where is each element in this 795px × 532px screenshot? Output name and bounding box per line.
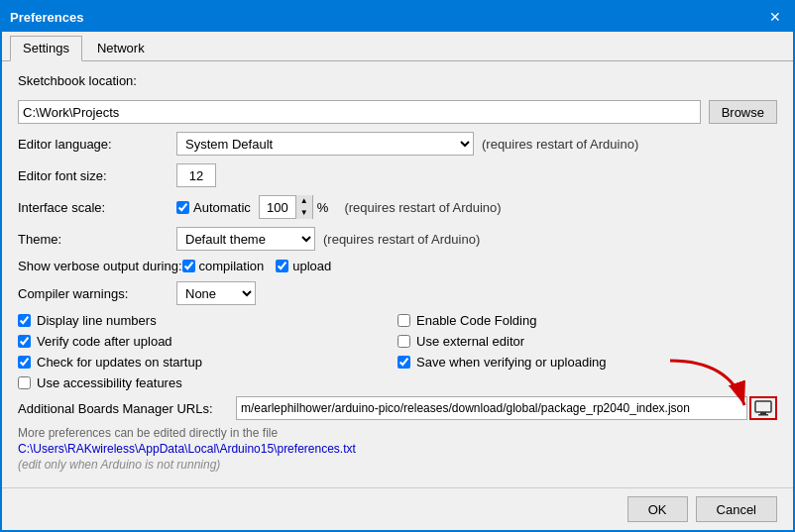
editor-language-label: Editor language:: [18, 137, 176, 152]
interface-scale-unit: %: [317, 200, 329, 215]
verbose-upload-checkbox[interactable]: [276, 260, 288, 272]
spinner-buttons: ▲ ▼: [295, 195, 312, 219]
spinner-up[interactable]: ▲: [296, 195, 312, 207]
dialog-title: Preferences: [10, 10, 83, 25]
check-updates-checkbox[interactable]: [18, 356, 31, 369]
spinner-down[interactable]: ▼: [296, 207, 312, 219]
settings-content: Sketchbook location: Browse Editor langu…: [2, 61, 793, 487]
editor-language-hint: (requires restart of Arduino): [482, 137, 638, 152]
checkboxes-grid: Display line numbers Enable Code Folding…: [18, 313, 777, 390]
edit-note: (edit only when Arduino is not running): [18, 458, 777, 472]
interface-scale-input[interactable]: [260, 196, 295, 218]
svg-rect-0: [755, 401, 771, 412]
verbose-label: Show verbose output during:: [18, 259, 182, 273]
accessibility-label: Use accessibility features: [37, 375, 182, 390]
cancel-button[interactable]: Cancel: [696, 496, 777, 522]
monitor-icon: [754, 400, 772, 416]
dialog-footer: OK Cancel: [2, 487, 793, 530]
display-line-numbers-row: Display line numbers: [18, 313, 398, 328]
verbose-compilation-text: compilation: [199, 259, 265, 273]
enable-code-folding-checkbox[interactable]: [398, 314, 410, 327]
theme-dropdown[interactable]: Default theme: [176, 227, 315, 251]
tab-settings[interactable]: Settings: [10, 36, 82, 61]
svg-rect-1: [760, 412, 766, 414]
more-prefs-text: More preferences can be edited directly …: [18, 426, 777, 440]
accessibility-checkbox[interactable]: [18, 376, 31, 389]
enable-code-folding-label: Enable Code Folding: [416, 313, 536, 328]
compiler-warnings-label: Compiler warnings:: [18, 286, 176, 301]
compiler-warnings-dropdown[interactable]: None: [176, 281, 256, 305]
preferences-file-path: C:\Users\RAKwireless\AppData\Local\Ardui…: [18, 442, 777, 456]
title-bar: Preferences ✕: [2, 2, 793, 32]
more-prefs-section: More preferences can be edited directly …: [18, 426, 777, 472]
verify-code-row: Verify code after upload: [18, 334, 398, 349]
editor-language-row: Editor language: System Default (require…: [18, 132, 777, 156]
verbose-compilation-label: compilation: [182, 259, 265, 273]
save-when-verifying-label: Save when verifying or uploading: [416, 355, 607, 370]
display-line-numbers-checkbox[interactable]: [18, 314, 31, 327]
sketchbook-input-row: Browse: [18, 100, 777, 124]
close-button[interactable]: ✕: [765, 7, 785, 27]
sketchbook-input[interactable]: [18, 100, 701, 124]
ok-button[interactable]: OK: [627, 496, 688, 522]
sketchbook-label: Sketchbook location:: [18, 73, 137, 88]
accessibility-row: Use accessibility features: [18, 375, 398, 390]
boards-url-label: Additional Boards Manager URLs:: [18, 401, 236, 416]
check-updates-label: Check for updates on startup: [37, 355, 202, 370]
browse-button[interactable]: Browse: [709, 100, 777, 124]
theme-label: Theme:: [18, 232, 176, 247]
interface-scale-row: Interface scale: Automatic ▲ ▼ % (requir…: [18, 195, 777, 219]
svg-rect-2: [758, 414, 768, 416]
external-editor-label: Use external editor: [416, 334, 524, 349]
check-updates-row: Check for updates on startup: [18, 355, 398, 370]
sketchbook-row: Sketchbook location:: [18, 73, 777, 92]
verbose-upload-text: upload: [292, 259, 331, 273]
verbose-options: compilation upload: [182, 259, 332, 273]
interface-scale-auto-label: Automatic: [193, 200, 251, 215]
save-when-verifying-row: Save when verifying or uploading: [398, 355, 777, 370]
verify-code-label: Verify code after upload: [37, 334, 172, 349]
theme-hint: (requires restart of Arduino): [323, 232, 480, 247]
verify-code-checkbox[interactable]: [18, 335, 31, 348]
editor-font-input[interactable]: [176, 163, 216, 187]
interface-scale-hint: (requires restart of Arduino): [344, 200, 501, 215]
external-editor-row: Use external editor: [398, 334, 777, 349]
external-editor-checkbox[interactable]: [398, 335, 410, 348]
theme-row: Theme: Default theme (requires restart o…: [18, 227, 777, 251]
boards-url-icon-button[interactable]: [749, 396, 777, 420]
verbose-compilation-checkbox[interactable]: [182, 260, 195, 272]
tab-bar: Settings Network: [2, 32, 793, 61]
enable-code-folding-row: Enable Code Folding: [398, 313, 777, 328]
interface-scale-auto-checkbox[interactable]: [176, 201, 189, 214]
interface-scale-label: Interface scale:: [18, 200, 176, 215]
boards-url-row: Additional Boards Manager URLs:: [18, 396, 777, 420]
editor-language-dropdown[interactable]: System Default: [176, 132, 474, 156]
verbose-upload-label: upload: [276, 259, 331, 273]
save-when-verifying-checkbox[interactable]: [398, 356, 410, 369]
tab-network[interactable]: Network: [84, 36, 158, 60]
editor-font-label: Editor font size:: [18, 168, 176, 183]
compiler-warnings-row: Compiler warnings: None: [18, 281, 777, 305]
verbose-row: Show verbose output during: compilation …: [18, 259, 777, 273]
preferences-dialog: Preferences ✕ Settings Network Sketchboo…: [0, 0, 795, 532]
interface-scale-spinner[interactable]: ▲ ▼: [259, 195, 313, 219]
editor-font-row: Editor font size:: [18, 163, 777, 187]
display-line-numbers-label: Display line numbers: [37, 313, 157, 328]
boards-url-input[interactable]: [236, 396, 747, 420]
